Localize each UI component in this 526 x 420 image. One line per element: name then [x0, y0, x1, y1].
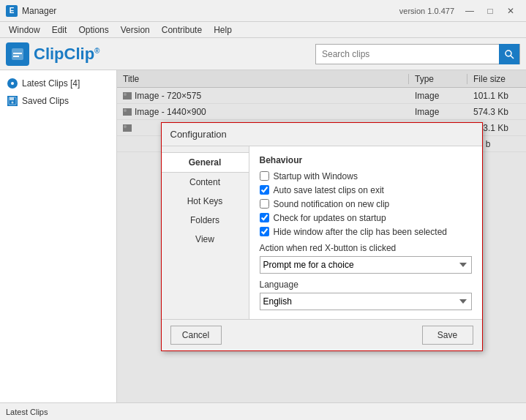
maximize-button[interactable]: □ [481, 4, 500, 18]
svg-rect-2 [13, 56, 19, 57]
minimize-button[interactable]: — [460, 4, 479, 18]
checkbox-startup-input[interactable] [260, 171, 269, 181]
svg-point-8 [12, 102, 14, 104]
sidebar: Latest Clips [4] Saved Clips [0, 70, 117, 402]
dialog-overlay: Configuration General Content Hot Keys [117, 70, 526, 402]
latest-clips-icon [7, 78, 18, 89]
logo-text: ClipClip® [34, 45, 99, 64]
dialog-footer: Cancel Save [162, 319, 482, 350]
app-logo: ClipClip® [6, 42, 99, 66]
toolbar: ClipClip® [0, 38, 526, 70]
checkbox-startup-label: Startup with Windows [274, 171, 358, 181]
action-select[interactable]: Prompt me for a choice Minimize to tray … [260, 256, 472, 274]
logo-icon [6, 42, 29, 66]
checkbox-autosave-label: Auto save latest clips on exit [274, 185, 384, 195]
menu-edit[interactable]: Edit [46, 23, 73, 37]
cancel-button[interactable]: Cancel [170, 326, 222, 345]
sidebar-item-latest-clips[interactable]: Latest Clips [4] [0, 75, 116, 92]
checkbox-updates-input[interactable] [260, 213, 269, 222]
title-bar-text: Manager [22, 6, 399, 16]
dialog-nav: General Content Hot Keys Folders View [162, 146, 249, 319]
menu-window[interactable]: Window [3, 23, 46, 37]
action-label: Action when red X-button is clicked [260, 243, 472, 253]
status-bar: Latest Clips [0, 402, 526, 420]
checkbox-sound: Sound notification on new clip [260, 199, 472, 209]
saved-clips-icon [7, 96, 18, 106]
menu-options[interactable]: Options [72, 23, 114, 37]
sidebar-item-latest-label: Latest Clips [4] [22, 78, 80, 89]
title-bar-controls: — □ ✕ [460, 4, 520, 18]
menu-contribute[interactable]: Contribute [156, 23, 208, 37]
title-bar: E Manager version 1.0.477 — □ ✕ [0, 0, 526, 22]
sidebar-item-saved-clips[interactable]: Saved Clips [0, 92, 116, 110]
search-input[interactable] [316, 49, 499, 59]
menu-help[interactable]: Help [208, 23, 238, 37]
app-icon: E [6, 5, 18, 17]
dialog-nav-view[interactable]: View [162, 230, 249, 249]
dialog-body: General Content Hot Keys Folders View [162, 146, 482, 319]
svg-point-3 [506, 50, 511, 56]
checkbox-hide-label: Hide window after the clip has been sele… [274, 227, 447, 237]
dialog-nav-folders[interactable]: Folders [162, 211, 249, 230]
configuration-dialog: Configuration General Content Hot Keys [161, 122, 483, 351]
main-layout: Latest Clips [4] Saved Clips Title Type … [0, 70, 526, 402]
svg-point-5 [11, 82, 14, 85]
checkbox-sound-input[interactable] [260, 199, 269, 209]
svg-rect-7 [10, 97, 14, 100]
behaviour-title: Behaviour [260, 155, 472, 165]
search-button[interactable] [499, 44, 519, 64]
checkbox-sound-label: Sound notification on new clip [274, 199, 390, 209]
language-select[interactable]: English French German Spanish [260, 293, 472, 310]
save-button[interactable]: Save [422, 326, 473, 345]
version-text: version 1.0.477 [399, 7, 454, 15]
dialog-nav-content[interactable]: Content [162, 173, 249, 192]
checkbox-startup: Startup with Windows [260, 171, 472, 181]
checkbox-updates: Check for updates on startup [260, 213, 472, 223]
svg-line-4 [511, 56, 514, 59]
checkbox-autosave: Auto save latest clips on exit [260, 185, 472, 195]
dialog-content-general: Behaviour Startup with Windows Auto save… [249, 146, 482, 319]
checkbox-updates-label: Check for updates on startup [274, 213, 386, 223]
svg-rect-1 [13, 53, 22, 54]
search-box[interactable] [315, 44, 520, 64]
checkbox-autosave-input[interactable] [260, 185, 269, 195]
content-area: Title Type File size Image - 720×575 Ima… [117, 70, 526, 402]
checkbox-hide-input[interactable] [260, 227, 269, 236]
dialog-title: Configuration [162, 123, 482, 146]
status-text: Latest Clips [6, 408, 48, 416]
close-button[interactable]: ✕ [501, 4, 520, 18]
checkbox-hide: Hide window after the clip has been sele… [260, 227, 472, 237]
dialog-nav-general[interactable]: General [162, 152, 249, 173]
sidebar-item-saved-label: Saved Clips [22, 96, 69, 106]
dialog-nav-hotkeys[interactable]: Hot Keys [162, 192, 249, 211]
menu-bar: Window Edit Options Version Contribute H… [0, 22, 526, 38]
menu-version[interactable]: Version [115, 23, 156, 37]
language-label: Language [260, 280, 472, 290]
